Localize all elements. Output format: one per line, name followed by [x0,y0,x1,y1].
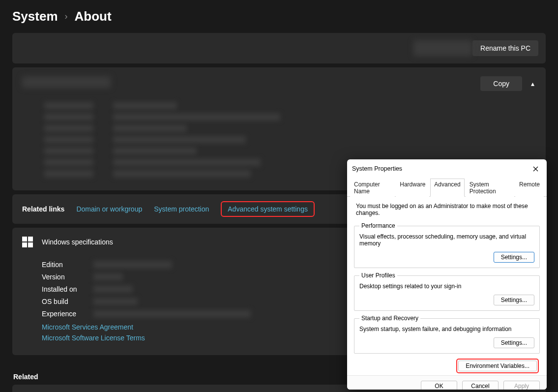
tab-hardware[interactable]: Hardware [396,179,429,197]
admin-note: You must be logged on as an Administrato… [354,202,540,218]
tab-computer-name[interactable]: Computer Name [350,179,395,197]
spec-label-installed: Installed on [42,285,93,293]
spec-value-installed-redacted [93,285,133,293]
dialog-tabs: Computer Name Hardware Advanced System P… [347,178,547,197]
spec-label-osbuild: OS build [42,298,93,305]
breadcrumb-current: About [75,9,112,24]
spec-label-edition: Edition [42,261,93,269]
startup-legend: Startup and Recovery [359,315,420,322]
system-properties-dialog: System Properties Computer Name Hardware… [347,159,547,390]
tab-remote[interactable]: Remote [515,179,544,197]
copy-button[interactable]: Copy [480,76,522,91]
group-user-profiles: User Profiles Desktop settings related t… [354,272,540,311]
apply-button[interactable]: Apply [503,381,540,390]
profiles-desc: Desktop settings related to your sign-in [359,283,534,290]
link-system-protection[interactable]: System protection [154,205,209,213]
dialog-title: System Properties [352,165,402,172]
startup-desc: System startup, system failure, and debu… [359,326,534,332]
spec-value-experience-redacted [93,310,251,318]
envvar-highlight: Environment Variables... [456,359,539,373]
device-name-redacted [413,40,472,56]
windows-logo-icon [22,237,33,247]
ok-button[interactable]: OK [421,381,457,390]
performance-settings-button[interactable]: Settings... [494,252,534,263]
spec-label-version: Version [42,273,93,281]
chevron-up-icon[interactable]: ▴ [527,78,538,90]
cancel-button[interactable]: Cancel [462,381,499,390]
close-icon[interactable] [529,163,542,174]
spec-value-osbuild-redacted [93,298,138,305]
performance-desc: Visual effects, processor scheduling, me… [359,233,534,247]
profiles-legend: User Profiles [359,272,397,279]
rename-pc-button[interactable]: Rename this PC [472,40,538,56]
spec-label-experience: Experience [42,310,93,318]
device-specs-redacted [44,102,280,178]
chevron-right-icon: › [65,11,68,22]
group-performance: Performance Visual effects, processor sc… [354,222,540,268]
device-panel: Rename this PC [12,33,546,63]
tab-advanced[interactable]: Advanced [430,179,464,197]
breadcrumb: System › About [0,0,558,33]
device-specs-heading-redacted [22,76,111,88]
spec-value-version-redacted [93,273,123,281]
environment-variables-button[interactable]: Environment Variables... [458,361,537,371]
breadcrumb-parent[interactable]: System [12,9,58,24]
dialog-titlebar: System Properties [347,159,547,177]
spec-value-edition-redacted [93,261,172,269]
link-domain-workgroup[interactable]: Domain or workgroup [76,205,142,213]
related-links-label: Related links [22,205,64,213]
windows-specs-heading: Windows specifications [42,238,113,246]
group-startup-recovery: Startup and Recovery System startup, sys… [354,315,540,354]
dialog-footer: OK Cancel Apply [347,375,547,390]
startup-settings-button[interactable]: Settings... [494,337,534,348]
performance-legend: Performance [359,222,397,229]
link-advanced-system-settings[interactable]: Advanced system settings [228,205,308,213]
advanced-settings-highlight: Advanced system settings [221,201,315,217]
profiles-settings-button[interactable]: Settings... [494,295,534,305]
tab-system-protection[interactable]: System Protection [466,179,514,197]
